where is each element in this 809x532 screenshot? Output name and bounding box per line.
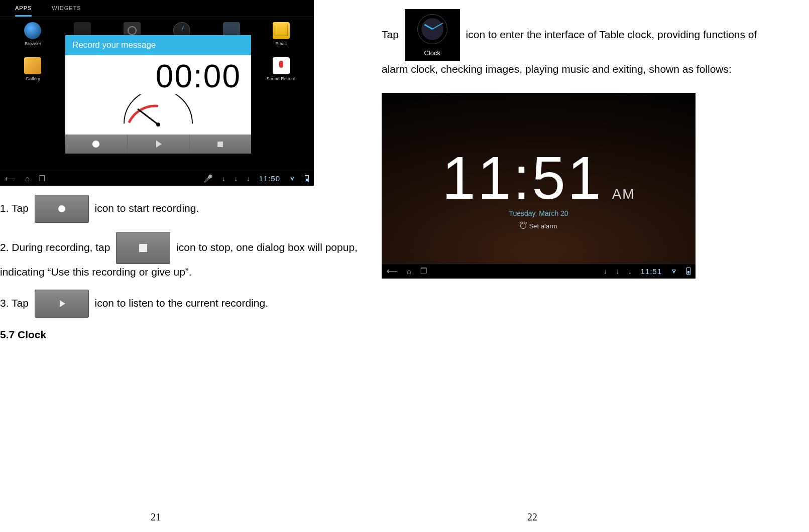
app-gallery[interactable]: Gallery xyxy=(9,57,57,87)
dialog-title: Record your message xyxy=(65,35,251,55)
download-icon: ↓ xyxy=(247,175,250,182)
clock-time-display: 11:51 AM xyxy=(442,143,635,212)
app-sound-recorder[interactable]: Sound Record xyxy=(257,57,305,87)
microphone-icon[interactable]: 🎤 xyxy=(203,174,213,183)
record-button[interactable] xyxy=(65,135,128,154)
svg-point-1 xyxy=(156,122,160,126)
svg-line-0 xyxy=(138,109,158,124)
back-icon[interactable]: ⟵ xyxy=(5,174,16,183)
clock-date: Tuesday, March 20 xyxy=(382,209,696,217)
app-label: Sound Record xyxy=(267,76,296,81)
section-heading-clock: 5.7 Clock xyxy=(0,327,374,343)
app-label: Email xyxy=(275,41,287,46)
back-icon[interactable]: ⟵ xyxy=(387,267,398,276)
clock-icon-label: Clock xyxy=(405,48,460,58)
stop-icon xyxy=(217,142,223,147)
page-number-right: 22 xyxy=(527,511,537,523)
system-navbar: ⟵ ⌂ ❐ 🎤 ↓ ↓ ↓ 11:50 ⛛ xyxy=(0,171,314,186)
download-icon: ↓ xyxy=(604,268,607,275)
battery-icon xyxy=(305,175,309,182)
clock-time: 11:51 xyxy=(442,143,603,212)
record-button-inline xyxy=(35,195,89,223)
record-dialog: Record your message 00:00 xyxy=(65,35,251,154)
recorder-buttons xyxy=(65,135,251,154)
microphone-icon xyxy=(273,57,290,74)
wifi-icon: ⛛ xyxy=(289,175,296,182)
clock-app-icon: Clock xyxy=(405,9,460,61)
screenshot-sound-recorder: APPS WIDGETS Browser C Email xyxy=(0,0,314,186)
play-button[interactable] xyxy=(128,135,190,154)
intro-prefix: Tap xyxy=(382,29,399,40)
status-time: 11:50 xyxy=(259,174,280,183)
step3-suffix: icon to listen to the current recording. xyxy=(95,297,269,308)
recents-icon[interactable]: ❐ xyxy=(420,267,427,276)
step3-prefix: 3. Tap xyxy=(0,297,29,308)
clock-face-icon xyxy=(417,14,447,44)
record-icon xyxy=(58,205,65,212)
play-button-inline xyxy=(35,290,89,318)
play-icon xyxy=(60,300,65,307)
app-browser[interactable]: Browser xyxy=(9,22,57,52)
tab-widgets[interactable]: WIDGETS xyxy=(52,2,81,17)
app-email[interactable]: Email xyxy=(257,22,305,52)
home-icon[interactable]: ⌂ xyxy=(25,174,30,183)
tab-apps[interactable]: APPS xyxy=(15,2,32,17)
vu-meter xyxy=(113,94,203,128)
clock-intro: Tap Clock icon to enter the interface of… xyxy=(382,9,786,78)
set-alarm-button[interactable]: Set alarm xyxy=(520,222,557,230)
instructions: 1. Tap icon to start recording. 2. Durin… xyxy=(0,195,374,343)
step1-prefix: 1. Tap xyxy=(0,202,29,214)
app-label: Browser xyxy=(25,41,41,46)
stop-button[interactable] xyxy=(189,135,251,154)
download-icon: ↓ xyxy=(234,175,238,182)
battery-icon xyxy=(686,268,690,275)
set-alarm-label: Set alarm xyxy=(529,222,557,230)
play-icon xyxy=(156,141,162,148)
recents-icon[interactable]: ❐ xyxy=(39,174,45,183)
step2-prefix: 2. During recording, tap xyxy=(0,241,110,253)
download-icon: ↓ xyxy=(628,268,632,275)
download-icon: ↓ xyxy=(616,268,619,275)
screenshot-clock-interface: 11:51 AM Tuesday, March 20 Set alarm ⟵ ⌂… xyxy=(382,93,696,279)
home-icon[interactable]: ⌂ xyxy=(407,267,411,276)
recording-timer: 00:00 xyxy=(156,60,241,92)
step1-suffix: icon to start recording. xyxy=(95,202,199,214)
record-icon xyxy=(92,141,99,148)
alarm-icon xyxy=(520,223,526,229)
clock-ampm: AM xyxy=(612,186,635,202)
app-drawer-tabs: APPS WIDGETS xyxy=(0,0,314,17)
wifi-icon: ⛛ xyxy=(671,268,677,275)
app-label: Gallery xyxy=(26,76,40,81)
page-number-left: 21 xyxy=(151,511,161,523)
download-icon: ↓ xyxy=(222,175,225,182)
browser-icon xyxy=(24,22,41,39)
stop-icon xyxy=(139,244,147,252)
gallery-icon xyxy=(24,57,41,74)
stop-button-inline xyxy=(116,232,170,264)
status-time: 11:51 xyxy=(640,267,662,276)
system-navbar: ⟵ ⌂ ❐ ↓ ↓ ↓ 11:51 ⛛ xyxy=(382,263,696,279)
email-icon xyxy=(273,22,290,39)
